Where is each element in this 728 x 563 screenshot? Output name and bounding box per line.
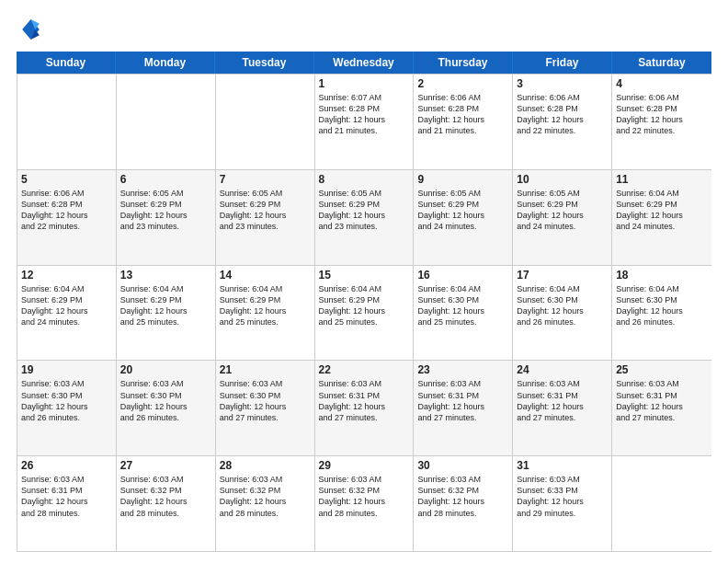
calendar-row: 12Sunrise: 6:04 AM Sunset: 6:29 PM Dayli… — [17, 265, 711, 361]
cell-day-number: 11 — [616, 173, 708, 186]
cell-info: Sunrise: 6:05 AM Sunset: 6:29 PM Dayligh… — [417, 188, 508, 233]
cell-info: Sunrise: 6:03 AM Sunset: 6:31 PM Dayligh… — [517, 378, 608, 423]
header-day-friday: Friday — [513, 52, 612, 74]
cell-day-number: 27 — [120, 459, 211, 472]
cell-info: Sunrise: 6:04 AM Sunset: 6:29 PM Dayligh… — [120, 283, 211, 328]
calendar-cell — [612, 456, 711, 551]
header-day-wednesday: Wednesday — [314, 52, 414, 74]
cell-info: Sunrise: 6:06 AM Sunset: 6:28 PM Dayligh… — [616, 92, 708, 137]
calendar-cell: 29Sunrise: 6:03 AM Sunset: 6:32 PM Dayli… — [315, 456, 415, 551]
calendar-cell: 23Sunrise: 6:03 AM Sunset: 6:31 PM Dayli… — [414, 361, 513, 455]
cell-info: Sunrise: 6:05 AM Sunset: 6:29 PM Dayligh… — [319, 188, 410, 233]
calendar-cell: 14Sunrise: 6:04 AM Sunset: 6:29 PM Dayli… — [216, 266, 315, 361]
cell-info: Sunrise: 6:03 AM Sunset: 6:32 PM Dayligh… — [220, 474, 311, 519]
cell-day-number: 18 — [616, 269, 708, 282]
cell-info: Sunrise: 6:06 AM Sunset: 6:28 PM Dayligh… — [417, 92, 508, 137]
cell-info: Sunrise: 6:03 AM Sunset: 6:31 PM Dayligh… — [417, 378, 508, 423]
calendar-cell: 22Sunrise: 6:03 AM Sunset: 6:31 PM Dayli… — [315, 361, 415, 455]
cell-day-number: 22 — [319, 363, 410, 376]
calendar-cell: 4Sunrise: 6:06 AM Sunset: 6:28 PM Daylig… — [612, 75, 711, 169]
cell-info: Sunrise: 6:03 AM Sunset: 6:32 PM Dayligh… — [120, 474, 211, 519]
calendar-row: 26Sunrise: 6:03 AM Sunset: 6:31 PM Dayli… — [17, 455, 711, 551]
cell-info: Sunrise: 6:06 AM Sunset: 6:28 PM Dayligh… — [21, 188, 112, 233]
cell-info: Sunrise: 6:04 AM Sunset: 6:29 PM Dayligh… — [220, 283, 311, 328]
calendar-cell: 18Sunrise: 6:04 AM Sunset: 6:30 PM Dayli… — [612, 266, 711, 361]
calendar: SundayMondayTuesdayWednesdayThursdayFrid… — [17, 52, 711, 552]
cell-day-number: 2 — [417, 77, 508, 90]
calendar-cell — [216, 75, 315, 169]
cell-info: Sunrise: 6:04 AM Sunset: 6:30 PM Dayligh… — [616, 283, 708, 328]
cell-day-number: 20 — [120, 363, 211, 376]
cell-day-number: 8 — [319, 173, 410, 186]
calendar-cell: 25Sunrise: 6:03 AM Sunset: 6:31 PM Dayli… — [612, 361, 711, 455]
logo — [17, 17, 46, 42]
cell-info: Sunrise: 6:03 AM Sunset: 6:30 PM Dayligh… — [120, 378, 211, 423]
cell-day-number: 26 — [21, 459, 112, 472]
calendar-row: 5Sunrise: 6:06 AM Sunset: 6:28 PM Daylig… — [17, 169, 711, 265]
cell-day-number: 15 — [319, 269, 410, 282]
cell-info: Sunrise: 6:03 AM Sunset: 6:31 PM Dayligh… — [319, 378, 410, 423]
cell-info: Sunrise: 6:04 AM Sunset: 6:30 PM Dayligh… — [517, 283, 608, 328]
cell-info: Sunrise: 6:05 AM Sunset: 6:29 PM Dayligh… — [120, 188, 211, 233]
page: SundayMondayTuesdayWednesdayThursdayFrid… — [0, 0, 728, 563]
cell-day-number: 7 — [220, 173, 311, 186]
cell-info: Sunrise: 6:03 AM Sunset: 6:32 PM Dayligh… — [319, 474, 410, 519]
calendar-cell: 26Sunrise: 6:03 AM Sunset: 6:31 PM Dayli… — [17, 456, 117, 551]
calendar-cell: 5Sunrise: 6:06 AM Sunset: 6:28 PM Daylig… — [17, 170, 117, 265]
header — [17, 17, 711, 42]
cell-day-number: 25 — [616, 363, 708, 376]
calendar-cell: 17Sunrise: 6:04 AM Sunset: 6:30 PM Dayli… — [513, 266, 612, 361]
cell-day-number: 19 — [21, 363, 112, 376]
calendar-cell: 2Sunrise: 6:06 AM Sunset: 6:28 PM Daylig… — [414, 75, 513, 169]
calendar-cell: 10Sunrise: 6:05 AM Sunset: 6:29 PM Dayli… — [513, 170, 612, 265]
calendar-cell — [17, 75, 117, 169]
calendar-row: 19Sunrise: 6:03 AM Sunset: 6:30 PM Dayli… — [17, 360, 711, 455]
cell-info: Sunrise: 6:06 AM Sunset: 6:28 PM Dayligh… — [517, 92, 608, 137]
cell-info: Sunrise: 6:05 AM Sunset: 6:29 PM Dayligh… — [220, 188, 311, 233]
cell-day-number: 16 — [417, 269, 508, 282]
calendar-cell: 28Sunrise: 6:03 AM Sunset: 6:32 PM Dayli… — [216, 456, 315, 551]
cell-info: Sunrise: 6:04 AM Sunset: 6:29 PM Dayligh… — [319, 283, 410, 328]
cell-info: Sunrise: 6:04 AM Sunset: 6:29 PM Dayligh… — [21, 283, 112, 328]
cell-info: Sunrise: 6:05 AM Sunset: 6:29 PM Dayligh… — [517, 188, 608, 233]
cell-day-number: 10 — [517, 173, 608, 186]
cell-info: Sunrise: 6:03 AM Sunset: 6:32 PM Dayligh… — [417, 474, 508, 519]
calendar-cell — [117, 75, 216, 169]
cell-day-number: 6 — [120, 173, 211, 186]
calendar-body: 1Sunrise: 6:07 AM Sunset: 6:28 PM Daylig… — [17, 74, 711, 552]
cell-day-number: 14 — [220, 269, 311, 282]
cell-info: Sunrise: 6:03 AM Sunset: 6:31 PM Dayligh… — [21, 474, 112, 519]
cell-day-number: 28 — [220, 459, 311, 472]
calendar-cell: 9Sunrise: 6:05 AM Sunset: 6:29 PM Daylig… — [414, 170, 513, 265]
cell-day-number: 4 — [616, 77, 708, 90]
calendar-cell: 8Sunrise: 6:05 AM Sunset: 6:29 PM Daylig… — [315, 170, 415, 265]
header-day-monday: Monday — [116, 52, 215, 74]
cell-info: Sunrise: 6:07 AM Sunset: 6:28 PM Dayligh… — [319, 92, 410, 137]
calendar-cell: 31Sunrise: 6:03 AM Sunset: 6:33 PM Dayli… — [513, 456, 612, 551]
calendar-cell: 30Sunrise: 6:03 AM Sunset: 6:32 PM Dayli… — [414, 456, 513, 551]
header-day-saturday: Saturday — [612, 52, 711, 74]
header-day-thursday: Thursday — [414, 52, 513, 74]
cell-day-number: 1 — [319, 77, 410, 90]
header-day-sunday: Sunday — [17, 52, 116, 74]
calendar-row: 1Sunrise: 6:07 AM Sunset: 6:28 PM Daylig… — [17, 74, 711, 169]
calendar-cell: 12Sunrise: 6:04 AM Sunset: 6:29 PM Dayli… — [17, 266, 117, 361]
cell-day-number: 9 — [417, 173, 508, 186]
cell-day-number: 29 — [319, 459, 410, 472]
calendar-cell: 6Sunrise: 6:05 AM Sunset: 6:29 PM Daylig… — [117, 170, 216, 265]
cell-info: Sunrise: 6:04 AM Sunset: 6:30 PM Dayligh… — [417, 283, 508, 328]
calendar-cell: 1Sunrise: 6:07 AM Sunset: 6:28 PM Daylig… — [315, 75, 415, 169]
cell-day-number: 24 — [517, 363, 608, 376]
cell-day-number: 23 — [417, 363, 508, 376]
calendar-cell: 20Sunrise: 6:03 AM Sunset: 6:30 PM Dayli… — [117, 361, 216, 455]
cell-info: Sunrise: 6:03 AM Sunset: 6:33 PM Dayligh… — [517, 474, 608, 519]
cell-info: Sunrise: 6:03 AM Sunset: 6:30 PM Dayligh… — [21, 378, 112, 423]
cell-day-number: 17 — [517, 269, 608, 282]
cell-day-number: 30 — [417, 459, 508, 472]
cell-day-number: 21 — [220, 363, 311, 376]
cell-info: Sunrise: 6:04 AM Sunset: 6:29 PM Dayligh… — [616, 188, 708, 233]
svg-marker-0 — [22, 19, 40, 40]
calendar-cell: 21Sunrise: 6:03 AM Sunset: 6:30 PM Dayli… — [216, 361, 315, 455]
cell-day-number: 12 — [21, 269, 112, 282]
calendar-cell: 13Sunrise: 6:04 AM Sunset: 6:29 PM Dayli… — [117, 266, 216, 361]
